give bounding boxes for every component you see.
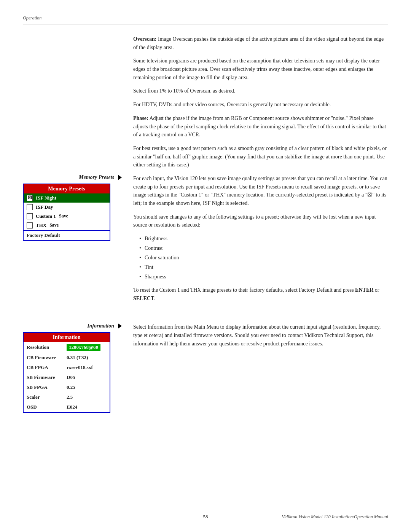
bullet-brightness: Brightness [141, 235, 388, 243]
factory-default-footer[interactable]: Factory Default [24, 230, 110, 240]
checkbox-isf-day [27, 204, 33, 210]
phase-bold: Phase: [133, 115, 148, 121]
memory-presets-label: Memory Presets [23, 174, 122, 181]
bullet-sharpness: Sharpness [141, 273, 388, 281]
checkbox-custom1 [27, 213, 33, 219]
information-section: Information Information Resolution 1280x… [23, 323, 388, 413]
info-label-cb-fpga: CB FPGA [27, 364, 67, 371]
info-label-sb-firmware: SB Firmware [27, 374, 67, 380]
info-value-resolution: 1280x768@60 [67, 344, 100, 351]
thx-label: THX [36, 222, 46, 228]
memory-presets-section: Memory Presets Memory Presets ☒ ISF Nigh… [23, 174, 388, 308]
checkbox-thx [27, 222, 33, 228]
isf-night-label: ISF Night [36, 195, 56, 201]
info-value-scaler: 2.5 [67, 394, 73, 400]
memory-para1: For each input, the Vision 120 lets you … [133, 174, 388, 208]
phase-para: Phase: Adjust the phase if the image fro… [133, 114, 388, 139]
info-value-cb-firmware: 0.31 (T32) [67, 355, 88, 361]
info-row-sb-fpga: SB FPGA 0.25 [24, 382, 110, 392]
checkbox-isf-night: ☒ [27, 195, 33, 201]
overscan-para2: Some television programs are produced ba… [133, 57, 388, 81]
memory-presets-menu: Memory Presets ☒ ISF Night ISF Day Custo… [23, 184, 110, 241]
menu-item-custom1[interactable]: Custom 1 Save [24, 212, 110, 221]
page-number: 58 [203, 514, 208, 520]
information-arrow [118, 323, 122, 329]
overscan-para4: For HDTV, DVDs and other video sources, … [133, 101, 388, 109]
section-header: Operation [23, 15, 388, 21]
info-label-scaler: Scaler [27, 394, 67, 400]
memory-bullets: Brightness Contrast Color saturation Tin… [141, 235, 388, 281]
para3-end: . [154, 296, 156, 301]
information-title: Information [87, 323, 114, 329]
menu-item-isf-day[interactable]: ISF Day [24, 203, 110, 212]
phase-para2: For best results, use a good test patter… [133, 144, 388, 169]
info-value-osd: E024 [67, 404, 77, 410]
custom1-label: Custom 1 [36, 213, 56, 219]
memory-para3: To reset the Custom 1 and THX image pres… [133, 286, 388, 302]
memory-presets-arrow [118, 175, 122, 180]
information-para1: Select Information from the Main Menu to… [133, 323, 388, 348]
overscan-para1-text: Image Overscan pushes the outside edge o… [133, 36, 384, 50]
information-menu: Information Resolution 1280x768@60 CB Fi… [23, 332, 110, 413]
overscan-para3: Select from 1% to 10% of Overscan, as de… [133, 87, 388, 95]
isf-day-label: ISF Day [36, 204, 53, 210]
overscan-bold: Overscan: [133, 36, 156, 42]
information-menu-title: Information [24, 333, 110, 342]
info-label-resolution: Resolution [27, 344, 67, 350]
left-col-overscan [23, 35, 129, 174]
info-row-scaler: Scaler 2.5 [24, 392, 110, 402]
info-value-sb-fpga: 0.25 [67, 384, 75, 390]
memory-right-col: For each input, the Vision 120 lets you … [129, 174, 388, 308]
thx-save[interactable]: Save [49, 222, 59, 228]
bullet-contrast: Contrast [141, 244, 388, 252]
phase-text: Adjust the phase if the image from an RG… [133, 115, 386, 137]
info-left-col: Information Information Resolution 1280x… [23, 323, 129, 413]
info-right-col: Select Information from the Main Menu to… [129, 323, 388, 413]
info-row-cb-firmware: CB Firmware 0.31 (T32) [24, 353, 110, 363]
information-label: Information [23, 323, 122, 329]
bullet-color-saturation: Color saturation [141, 254, 388, 262]
memory-para2: You should save changes to any of the fo… [133, 213, 388, 229]
info-row-cb-fpga: CB FPGA rxrev018.sxf [24, 363, 110, 372]
right-col-overscan: Overscan: Image Overscan pushes the outs… [129, 35, 388, 174]
memory-para3-start: To reset the Custom 1 and THX image pres… [133, 287, 355, 293]
info-label-sb-fpga: SB FPGA [27, 384, 67, 390]
info-value-cb-fpga: rxrev018.sxf [67, 364, 93, 371]
enter-bold: ENTER [355, 287, 373, 293]
page: Operation Overscan: Image Overscan pushe… [0, 0, 411, 532]
info-row-resolution: Resolution 1280x768@60 [24, 342, 110, 353]
info-label-cb-firmware: CB Firmware [27, 355, 67, 361]
info-label-osd: OSD [27, 404, 67, 410]
memory-presets-title: Memory Presets [79, 174, 114, 181]
bullet-tint: Tint [141, 263, 388, 271]
menu-item-thx[interactable]: THX Save [24, 221, 110, 230]
memory-menu-title: Memory Presets [24, 184, 110, 193]
menu-item-isf-night[interactable]: ☒ ISF Night [24, 193, 110, 203]
or-text: or [373, 287, 379, 293]
overscan-para1: Overscan: Image Overscan pushes the outs… [133, 35, 388, 51]
custom1-save[interactable]: Save [59, 213, 68, 219]
info-value-sb-firmware: D05 [67, 374, 75, 380]
select-bold: SELECT [133, 296, 154, 301]
top-divider [23, 24, 388, 24]
info-row-osd: OSD E024 [24, 402, 110, 412]
info-row-sb-firmware: SB Firmware D05 [24, 372, 110, 382]
memory-left-col: Memory Presets Memory Presets ☒ ISF Nigh… [23, 174, 129, 308]
footer-title: Vidikron Vision Model 120 Installation/O… [282, 514, 388, 520]
